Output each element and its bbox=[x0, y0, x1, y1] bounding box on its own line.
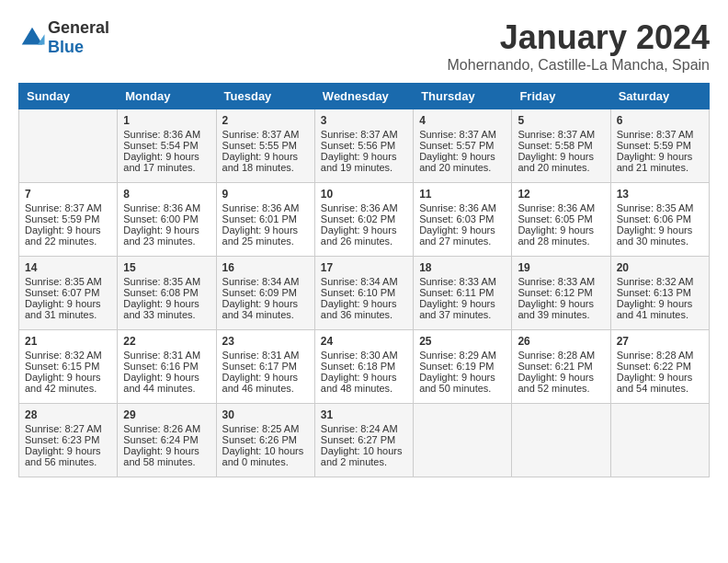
calendar-cell: 27Sunrise: 8:28 AMSunset: 6:22 PMDayligh… bbox=[610, 330, 709, 404]
day-number: 14 bbox=[25, 261, 111, 274]
sunset-text: Sunset: 6:23 PM bbox=[25, 434, 111, 445]
sunset-text: Sunset: 6:10 PM bbox=[321, 287, 407, 298]
day-header-sunday: Sunday bbox=[19, 84, 118, 109]
sunrise-text: Sunrise: 8:37 AM bbox=[617, 129, 703, 140]
day-number: 23 bbox=[222, 335, 309, 348]
day-number: 27 bbox=[617, 335, 703, 348]
sunset-text: Sunset: 6:07 PM bbox=[25, 287, 111, 298]
calendar-cell: 20Sunrise: 8:32 AMSunset: 6:13 PMDayligh… bbox=[610, 257, 709, 330]
sunrise-text: Sunrise: 8:31 AM bbox=[222, 350, 309, 361]
sunrise-text: Sunrise: 8:37 AM bbox=[222, 129, 309, 140]
sunset-text: Sunset: 6:24 PM bbox=[123, 434, 210, 445]
daylight-text: Daylight: 9 hours and 27 minutes. bbox=[419, 224, 506, 247]
day-number: 9 bbox=[222, 188, 309, 201]
daylight-text: Daylight: 9 hours and 50 minutes. bbox=[419, 372, 506, 394]
calendar-cell: 1Sunrise: 8:36 AMSunset: 5:54 PMDaylight… bbox=[118, 109, 216, 183]
calendar-cell: 16Sunrise: 8:34 AMSunset: 6:09 PMDayligh… bbox=[216, 257, 314, 330]
daylight-text: Daylight: 9 hours and 37 minutes. bbox=[419, 298, 506, 320]
daylight-text: Daylight: 9 hours and 39 minutes. bbox=[518, 298, 604, 320]
day-number: 1 bbox=[123, 114, 210, 127]
day-number: 20 bbox=[617, 261, 703, 274]
calendar-cell: 15Sunrise: 8:35 AMSunset: 6:08 PMDayligh… bbox=[118, 257, 216, 330]
daylight-text: Daylight: 9 hours and 30 minutes. bbox=[617, 224, 703, 247]
sunset-text: Sunset: 5:55 PM bbox=[222, 140, 309, 151]
sunrise-text: Sunrise: 8:35 AM bbox=[123, 276, 210, 287]
sunrise-text: Sunrise: 8:36 AM bbox=[123, 202, 210, 213]
calendar-cell: 12Sunrise: 8:36 AMSunset: 6:05 PMDayligh… bbox=[512, 183, 610, 257]
calendar-cell bbox=[512, 404, 610, 477]
calendar-title: January 2024 bbox=[448, 18, 711, 57]
day-number: 4 bbox=[419, 114, 506, 127]
sunrise-text: Sunrise: 8:28 AM bbox=[518, 350, 604, 361]
sunrise-text: Sunrise: 8:30 AM bbox=[321, 350, 407, 361]
sunset-text: Sunset: 6:12 PM bbox=[518, 287, 604, 298]
day-number: 16 bbox=[222, 261, 309, 274]
day-number: 6 bbox=[617, 114, 703, 127]
sunset-text: Sunset: 5:57 PM bbox=[419, 140, 506, 151]
sunset-text: Sunset: 6:26 PM bbox=[222, 434, 309, 445]
sunset-text: Sunset: 6:13 PM bbox=[617, 287, 703, 298]
day-number: 7 bbox=[25, 188, 111, 201]
sunrise-text: Sunrise: 8:28 AM bbox=[617, 350, 703, 361]
calendar-week-row: 28Sunrise: 8:27 AMSunset: 6:23 PMDayligh… bbox=[19, 404, 710, 477]
sunrise-text: Sunrise: 8:24 AM bbox=[321, 423, 407, 434]
calendar-cell: 10Sunrise: 8:36 AMSunset: 6:02 PMDayligh… bbox=[314, 183, 413, 257]
sunset-text: Sunset: 6:22 PM bbox=[617, 361, 703, 372]
sunrise-text: Sunrise: 8:34 AM bbox=[222, 276, 309, 287]
daylight-text: Daylight: 9 hours and 44 minutes. bbox=[123, 372, 210, 394]
day-number: 24 bbox=[321, 335, 407, 348]
sunset-text: Sunset: 6:01 PM bbox=[222, 213, 309, 224]
sunset-text: Sunset: 6:02 PM bbox=[321, 213, 407, 224]
sunrise-text: Sunrise: 8:27 AM bbox=[25, 423, 111, 434]
day-number: 11 bbox=[419, 188, 506, 201]
day-number: 8 bbox=[123, 188, 210, 201]
day-number: 18 bbox=[419, 261, 506, 274]
calendar-cell: 31Sunrise: 8:24 AMSunset: 6:27 PMDayligh… bbox=[314, 404, 413, 477]
sunrise-text: Sunrise: 8:34 AM bbox=[321, 276, 407, 287]
calendar-cell: 9Sunrise: 8:36 AMSunset: 6:01 PMDaylight… bbox=[216, 183, 314, 257]
daylight-text: Daylight: 9 hours and 56 minutes. bbox=[25, 445, 111, 467]
calendar-week-row: 14Sunrise: 8:35 AMSunset: 6:07 PMDayligh… bbox=[19, 257, 710, 330]
sunset-text: Sunset: 5:59 PM bbox=[25, 213, 111, 224]
day-header-saturday: Saturday bbox=[610, 84, 709, 109]
calendar-cell: 25Sunrise: 8:29 AMSunset: 6:19 PMDayligh… bbox=[414, 330, 512, 404]
calendar-cell: 8Sunrise: 8:36 AMSunset: 6:00 PMDaylight… bbox=[118, 183, 216, 257]
sunset-text: Sunset: 6:06 PM bbox=[617, 213, 703, 224]
sunset-text: Sunset: 6:08 PM bbox=[123, 287, 210, 298]
sunrise-text: Sunrise: 8:36 AM bbox=[419, 202, 506, 213]
day-header-friday: Friday bbox=[512, 84, 610, 109]
sunrise-text: Sunrise: 8:25 AM bbox=[222, 423, 309, 434]
sunset-text: Sunset: 6:09 PM bbox=[222, 287, 309, 298]
calendar-cell: 14Sunrise: 8:35 AMSunset: 6:07 PMDayligh… bbox=[19, 257, 118, 330]
logo-text-blue: Blue bbox=[48, 38, 84, 56]
calendar-week-row: 21Sunrise: 8:32 AMSunset: 6:15 PMDayligh… bbox=[19, 330, 710, 404]
daylight-text: Daylight: 9 hours and 23 minutes. bbox=[123, 224, 210, 247]
calendar-cell: 5Sunrise: 8:37 AMSunset: 5:58 PMDaylight… bbox=[512, 109, 610, 183]
daylight-text: Daylight: 9 hours and 52 minutes. bbox=[518, 372, 604, 394]
daylight-text: Daylight: 10 hours and 0 minutes. bbox=[222, 445, 309, 467]
day-number: 13 bbox=[617, 188, 703, 201]
day-number: 2 bbox=[222, 114, 309, 127]
sunset-text: Sunset: 6:17 PM bbox=[222, 361, 309, 372]
calendar-cell: 30Sunrise: 8:25 AMSunset: 6:26 PMDayligh… bbox=[216, 404, 314, 477]
sunrise-text: Sunrise: 8:33 AM bbox=[518, 276, 604, 287]
sunrise-text: Sunrise: 8:37 AM bbox=[321, 129, 407, 140]
daylight-text: Daylight: 9 hours and 46 minutes. bbox=[222, 372, 309, 394]
day-number: 25 bbox=[419, 335, 506, 348]
title-block: January 2024 Mohernando, Castille-La Man… bbox=[448, 18, 711, 74]
calendar-cell bbox=[610, 404, 709, 477]
calendar-cell: 23Sunrise: 8:31 AMSunset: 6:17 PMDayligh… bbox=[216, 330, 314, 404]
daylight-text: Daylight: 9 hours and 34 minutes. bbox=[222, 298, 309, 320]
calendar-cell: 13Sunrise: 8:35 AMSunset: 6:06 PMDayligh… bbox=[610, 183, 709, 257]
logo-icon bbox=[18, 24, 46, 52]
sunrise-text: Sunrise: 8:33 AM bbox=[419, 276, 506, 287]
calendar-cell: 4Sunrise: 8:37 AMSunset: 5:57 PMDaylight… bbox=[414, 109, 512, 183]
day-number: 21 bbox=[25, 335, 111, 348]
calendar-cell: 26Sunrise: 8:28 AMSunset: 6:21 PMDayligh… bbox=[512, 330, 610, 404]
day-number: 28 bbox=[25, 408, 111, 421]
day-number: 3 bbox=[321, 114, 407, 127]
calendar-cell: 22Sunrise: 8:31 AMSunset: 6:16 PMDayligh… bbox=[118, 330, 216, 404]
sunset-text: Sunset: 5:54 PM bbox=[123, 140, 210, 151]
sunrise-text: Sunrise: 8:36 AM bbox=[321, 202, 407, 213]
calendar-table: SundayMondayTuesdayWednesdayThursdayFrid… bbox=[18, 83, 710, 477]
